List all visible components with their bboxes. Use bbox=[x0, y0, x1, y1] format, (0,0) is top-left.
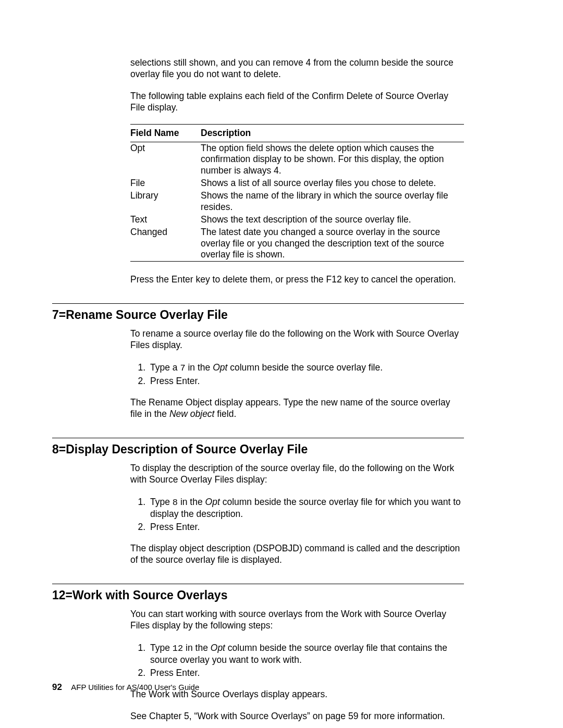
sec12-paragraph-3: See Chapter 5, “Work with Source Overlay… bbox=[130, 711, 464, 722]
table-row: Changed The latest date you changed a so… bbox=[130, 226, 464, 262]
table-row: Text Shows the text description of the s… bbox=[130, 214, 464, 226]
text: field. bbox=[214, 409, 236, 419]
table-row: Library Shows the name of the library in… bbox=[130, 190, 464, 214]
list-item: Press Enter. bbox=[148, 375, 464, 387]
ital-text: New object bbox=[169, 409, 215, 419]
page-number: 92 bbox=[52, 682, 62, 692]
section-heading-rename: 7=Rename Source Overlay File bbox=[52, 308, 464, 322]
step-code: 8 bbox=[173, 498, 178, 508]
step-ital: Opt bbox=[211, 643, 225, 653]
sec12-paragraph-1: You can start working with source overla… bbox=[130, 609, 464, 632]
list-item: Press Enter. bbox=[148, 667, 464, 678]
step-text: in the bbox=[178, 497, 205, 507]
field-cell: File bbox=[130, 177, 201, 190]
step-ital: Opt bbox=[205, 497, 220, 507]
sec8-paragraph-2: The display object description (DSPOBJD)… bbox=[130, 543, 464, 566]
section-divider bbox=[52, 438, 464, 438]
step-text: column beside the source overlay file. bbox=[227, 362, 383, 373]
sec7-steps: Type a 7 in the Opt column beside the so… bbox=[148, 362, 464, 387]
list-item: Type 8 in the Opt column beside the sour… bbox=[148, 496, 464, 520]
step-code: 12 bbox=[173, 644, 183, 653]
desc-cell: Shows a list of all source overlay files… bbox=[201, 177, 464, 190]
step-text: in the bbox=[186, 362, 213, 373]
section-heading-display-desc: 8=Display Description of Source Overlay … bbox=[52, 442, 464, 456]
list-item: Type a 7 in the Opt column beside the so… bbox=[148, 362, 464, 374]
footer-title: AFP Utilities for AS/400 User's Guide bbox=[71, 683, 199, 692]
sec7-paragraph-1: To rename a source overlay file do the f… bbox=[130, 328, 464, 351]
section-divider bbox=[52, 584, 464, 584]
desc-cell: Shows the name of the library in which t… bbox=[201, 190, 464, 214]
page-footer: 92 AFP Utilities for AS/400 User's Guide bbox=[52, 682, 199, 693]
list-item: Press Enter. bbox=[148, 521, 464, 533]
list-item: Type 12 in the Opt column beside the sou… bbox=[148, 642, 464, 666]
sec8-paragraph-1: To display the description of the source… bbox=[130, 463, 464, 486]
section-divider bbox=[52, 303, 464, 304]
sec12-steps: Type 12 in the Opt column beside the sou… bbox=[148, 642, 464, 679]
section-heading-work-with: 12=Work with Source Overlays bbox=[52, 588, 464, 602]
field-cell: Changed bbox=[130, 226, 201, 262]
table-header-desc: Description bbox=[201, 124, 464, 142]
step-code: 7 bbox=[180, 363, 185, 373]
step-text: in the bbox=[183, 643, 211, 653]
table-row: File Shows a list of all source overlay … bbox=[130, 177, 464, 190]
intro-paragraph-1: selections still shown, and you can remo… bbox=[130, 57, 464, 80]
field-description-table: Field Name Description Opt The option fi… bbox=[130, 124, 464, 262]
step-text: Type bbox=[150, 643, 173, 653]
desc-cell: The latest date you changed a source ove… bbox=[201, 226, 464, 262]
desc-cell: The option field shows the delete option… bbox=[201, 142, 464, 177]
step-text: Type a bbox=[150, 362, 180, 373]
table-row: Opt The option field shows the delete op… bbox=[130, 142, 464, 177]
field-cell: Library bbox=[130, 190, 201, 214]
after-table-paragraph: Press the Enter key to delete them, or p… bbox=[130, 274, 464, 286]
sec8-steps: Type 8 in the Opt column beside the sour… bbox=[148, 496, 464, 533]
intro-paragraph-2: The following table explains each field … bbox=[130, 91, 464, 114]
table-header-field: Field Name bbox=[130, 124, 201, 142]
field-cell: Opt bbox=[130, 142, 201, 177]
desc-cell: Shows the text description of the source… bbox=[201, 214, 464, 226]
step-text: Type bbox=[150, 497, 173, 507]
sec7-paragraph-2: The Rename Object display appears. Type … bbox=[130, 397, 464, 420]
field-cell: Text bbox=[130, 214, 201, 226]
step-ital: Opt bbox=[213, 362, 227, 373]
